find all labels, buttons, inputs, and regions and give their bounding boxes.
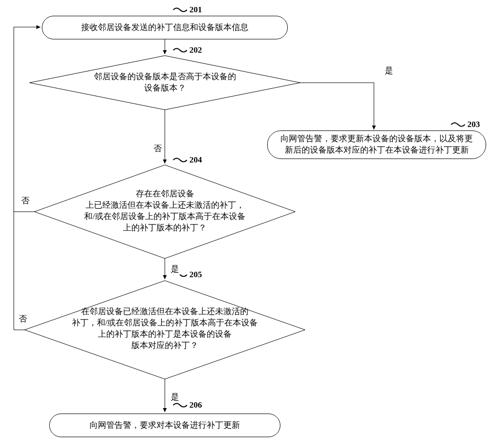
node-201-receive: 接收邻居设备发送的补丁信息和设备版本信息 [42,16,288,39]
step-label-204: 204 [189,155,202,165]
node-203-text1: 向网管告警，要求更新本设备的设备版本，以及将更 [280,133,473,145]
node-202-version-check: 邻居设备的设备版本是否高于本设备的 设备版本？ [66,71,263,94]
edge-205-no: 否 [18,313,28,324]
node-206-alarm-patch: 向网管告警，要求对本设备进行补丁更新 [49,414,280,437]
node-205-text4: 版本对应的补丁？ [131,340,198,352]
step-label-206: 206 [189,400,202,410]
node-204-text1: 存在在邻居设备 [136,189,194,200]
node-204-text3: 和/或在邻居设备上的补丁版本高于在本设备 [84,211,246,223]
node-204-text4: 上的补丁版本的补丁？ [123,223,207,234]
node-202-text1: 邻居设备的设备版本是否高于本设备的 [94,71,236,83]
node-202-text2: 设备版本？ [144,83,186,94]
node-205-text1: 在邻居设备已经激活但在本设备上还未激活的 [81,306,248,318]
node-204-patch-check: 存在在邻居设备 上已经激活但在本设备上还未激活的补丁， 和/或在邻居设备上的补丁… [57,189,273,234]
node-204-text2: 上已经激活但在本设备上还未激活的补丁， [86,200,245,211]
edge-204-no: 否 [20,195,31,206]
node-201-text: 接收邻居设备发送的补丁信息和设备版本信息 [81,22,248,33]
node-203-alarm-update: 向网管告警，要求更新本设备的设备版本，以及将更 新后的设备版本对应的补丁在本设备… [267,130,486,159]
node-205-match-check: 在邻居设备已经激活但在本设备上还未激活的 补丁，和/或在邻居设备上的补丁版本高于… [52,306,278,352]
node-203-text2: 新后的设备版本对应的补丁在本设备进行补丁更新 [285,145,469,156]
node-205-text3: 上的补丁版本的补丁是本设备的设备 [98,329,232,340]
edge-204-yes: 是 [170,263,180,275]
node-206-text: 向网管告警，要求对本设备进行补丁更新 [90,420,240,431]
step-label-205: 205 [189,270,202,280]
step-label-203: 203 [467,120,480,129]
edge-202-no: 否 [153,143,163,154]
step-label-202: 202 [189,45,202,55]
edge-202-yes: 是 [384,65,394,76]
step-label-201: 201 [189,5,202,15]
edge-205-yes: 是 [170,391,180,403]
node-205-text2: 补丁，和/或在邻居设备上的补丁版本高于在本设备 [72,318,258,329]
